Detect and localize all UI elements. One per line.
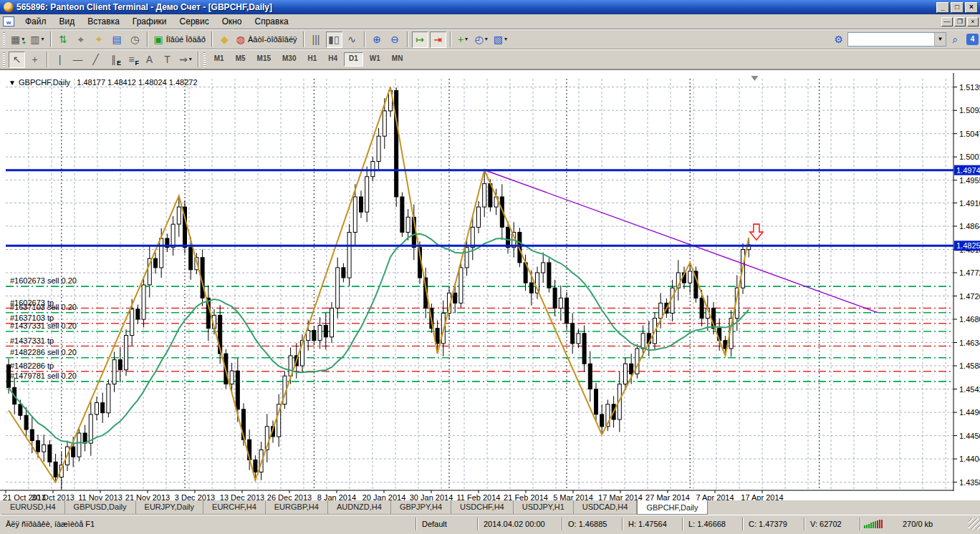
chart-tab-gbpusd[interactable]: GBPUSD,Daily xyxy=(65,500,136,515)
chart-shift-button[interactable]: ⇥ xyxy=(430,31,446,48)
metaeditor-button[interactable]: ◆ xyxy=(216,31,233,48)
data-window-button[interactable]: ⌖ xyxy=(73,31,90,48)
arrows-tool-button[interactable]: ⇝▾ xyxy=(177,52,194,68)
timeframe-button-w1[interactable]: W1 xyxy=(365,52,385,67)
svg-text:1.44040: 1.44040 xyxy=(959,455,980,463)
svg-text:#1482286 tp: #1482286 tp xyxy=(10,361,54,370)
chart-tab-eurchf[interactable]: EURCHF,H4 xyxy=(203,500,266,515)
chart-tab-eurgbp[interactable]: EURGBP,H4 xyxy=(266,500,328,515)
chart-tab-eurusd[interactable]: EURUSD,H4 xyxy=(1,500,65,515)
gear-icon[interactable]: ⚙ xyxy=(830,31,847,48)
chart-window-icon: w xyxy=(3,16,14,26)
status-volume-value: V: 62702 xyxy=(804,518,860,530)
price-chart[interactable]: #1602673 sell 0.20#1602673 tp#1637103 se… xyxy=(0,70,980,500)
svg-text:1.46800: 1.46800 xyxy=(959,315,980,324)
chevron-down-icon[interactable]: ▾ xyxy=(189,57,192,62)
chart-tab-gbpchf[interactable]: GBPCHF,Daily xyxy=(637,500,707,515)
new-order-button[interactable]: ▣Íîâûé Îðäåð xyxy=(152,31,208,48)
chart-tab-usdchf[interactable]: USDCHF,H4 xyxy=(451,500,514,515)
new-chart-button[interactable]: ▦+▾ xyxy=(9,31,27,48)
maximize-button[interactable]: □ xyxy=(951,2,964,13)
chart-profiles-button[interactable]: ▥▾ xyxy=(28,31,46,48)
menu-item-4[interactable]: Сервис xyxy=(173,14,216,29)
svg-text:17 Apr 2014: 17 Apr 2014 xyxy=(741,493,783,500)
timeframe-button-m5[interactable]: M5 xyxy=(231,52,251,67)
svg-text:1.45880: 1.45880 xyxy=(959,361,980,370)
auto-scroll-button[interactable]: ↦ xyxy=(412,31,428,48)
text-tool-button[interactable]: A xyxy=(141,52,158,68)
svg-text:1.48640: 1.48640 xyxy=(959,222,980,230)
indicators-button[interactable]: +▾ xyxy=(455,31,471,48)
zoom-in-button[interactable]: ⊕ xyxy=(369,31,385,48)
symbol-search-combobox[interactable]: ▼ xyxy=(847,32,946,47)
chevron-down-icon[interactable]: ▾ xyxy=(485,37,488,42)
chevron-down-icon[interactable]: ▾ xyxy=(465,37,468,42)
trendline-tool-button[interactable]: ╱ xyxy=(87,52,104,68)
child-restore-button[interactable]: ❐ xyxy=(954,17,966,26)
channel-tool-button[interactable]: ∥E xyxy=(105,52,122,68)
templates-button[interactable]: ▧▾ xyxy=(491,31,509,48)
child-close-button[interactable]: × xyxy=(967,17,979,26)
chart-tab-eurjpy[interactable]: EURJPY,Daily xyxy=(136,500,204,515)
drawing-toolbar: ↖+|—╱∥E≡FAT⇝▾ M1M5M15M30H1H4D1W1MN xyxy=(0,49,980,69)
timeframe-button-h1[interactable]: H1 xyxy=(302,52,322,67)
market-watch-button[interactable]: ⇅ xyxy=(55,31,72,48)
crosshair-tool-button[interactable]: + xyxy=(27,52,43,68)
bar-chart-button[interactable]: ||| xyxy=(308,31,325,48)
svg-text:1.49100: 1.49100 xyxy=(959,199,980,208)
svg-text:8 Jan 2014: 8 Jan 2014 xyxy=(317,493,356,500)
periods-button[interactable]: ◴▾ xyxy=(473,31,490,48)
svg-text:13 Dec 2013: 13 Dec 2013 xyxy=(220,493,264,500)
svg-text:7 Apr 2014: 7 Apr 2014 xyxy=(696,493,734,500)
status-profile[interactable]: Default xyxy=(415,518,477,530)
child-minimize-button[interactable]: — xyxy=(941,17,953,26)
svg-text:17 Mar 2014: 17 Mar 2014 xyxy=(598,493,643,500)
fibonacci-tool-button[interactable]: ≡F xyxy=(123,52,140,68)
menu-item-3[interactable]: Графики xyxy=(126,14,173,29)
timeframe-button-m30[interactable]: M30 xyxy=(277,52,301,67)
timeframe-button-h4[interactable]: H4 xyxy=(323,52,342,67)
text-label-tool-button[interactable]: T xyxy=(159,52,176,68)
zoom-out-button[interactable]: ⊖ xyxy=(387,31,403,48)
timeframe-button-mn[interactable]: MN xyxy=(387,52,408,67)
status-bar-time: 2014.04.02 00:00 xyxy=(477,518,562,530)
candlestick-chart-button[interactable]: ▮▯ xyxy=(326,31,342,48)
chevron-down-icon[interactable]: ▾ xyxy=(41,37,44,42)
menu-item-6[interactable]: Справка xyxy=(249,14,295,29)
horizontal-line-tool-button[interactable]: — xyxy=(69,52,86,68)
timeframe-button-m1[interactable]: M1 xyxy=(209,52,229,67)
strategy-tester-button[interactable]: ◷ xyxy=(127,31,143,48)
menu-item-0[interactable]: Файл xyxy=(19,14,53,29)
terminal-button[interactable]: ▤ xyxy=(109,31,125,48)
chat-badge[interactable]: 4 xyxy=(966,34,979,45)
chart-tab-gbpjpy[interactable]: GBPJPY,H4 xyxy=(391,500,451,515)
line-chart-button[interactable]: ∿ xyxy=(344,31,360,48)
chevron-down-icon[interactable]: ▼ xyxy=(934,33,946,46)
svg-text:1.43580: 1.43580 xyxy=(959,478,980,487)
chart-tab-audnzd[interactable]: AUDNZD,H4 xyxy=(328,500,391,515)
status-traffic: 270/0 kb xyxy=(897,518,966,530)
status-bar: Äëÿ ñïðàâêè, íàæìèòå F1 Default 2014.04.… xyxy=(0,515,980,532)
chart-region[interactable]: #1602673 sell 0.20#1602673 tp#1637103 se… xyxy=(0,69,980,500)
close-button[interactable]: × xyxy=(965,2,978,13)
svg-text:#1479781 sell 0.20: #1479781 sell 0.20 xyxy=(10,372,77,380)
navigator-button[interactable]: ✦ xyxy=(91,31,107,48)
menu-item-1[interactable]: Вид xyxy=(53,14,82,29)
chart-tab-usdcad[interactable]: USDCAD,H4 xyxy=(574,500,638,515)
resize-grip[interactable] xyxy=(969,518,980,530)
vertical-line-tool-button[interactable]: | xyxy=(52,52,68,68)
svg-text:21 Feb 2014: 21 Feb 2014 xyxy=(504,493,548,500)
chart-tab-usdjpy[interactable]: USDJPY,H1 xyxy=(514,500,574,515)
autotrading-button[interactable]: ◍Àâòî-òîðãîâëÿ xyxy=(234,31,299,48)
search-icon[interactable]: ⌕ xyxy=(947,31,964,48)
minimize-button[interactable]: _ xyxy=(936,2,949,13)
timeframe-button-m15[interactable]: M15 xyxy=(252,52,276,67)
chevron-down-icon[interactable]: ▾ xyxy=(504,37,507,42)
svg-text:#1437331 sell 0.20: #1437331 sell 0.20 xyxy=(10,321,77,330)
svg-text:30 Oct 2013: 30 Oct 2013 xyxy=(32,493,75,500)
menu-item-5[interactable]: Окно xyxy=(216,14,249,29)
timeframe-button-d1[interactable]: D1 xyxy=(344,52,363,67)
status-high-value: H: 1.47564 xyxy=(622,518,682,530)
cursor-tool-button[interactable]: ↖ xyxy=(9,52,25,68)
menu-item-2[interactable]: Вставка xyxy=(81,14,126,29)
